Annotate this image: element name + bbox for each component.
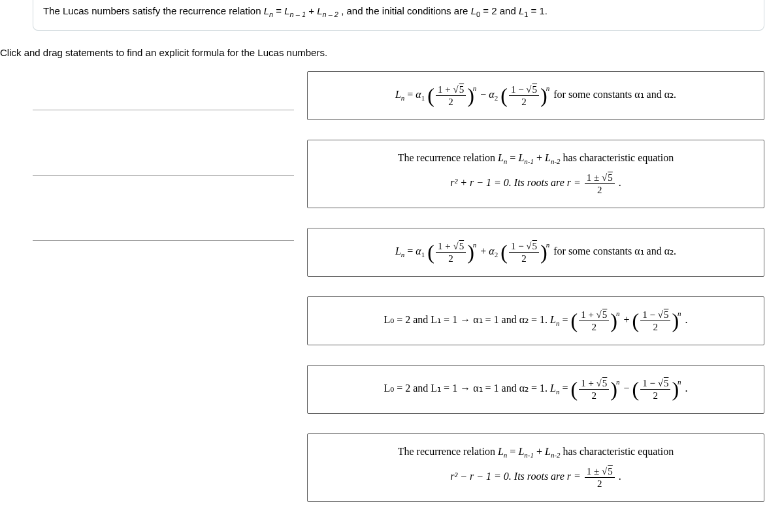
card-general-minus[interactable]: Ln = α1 ( 1 + 5 2 )n − α2 ( 1 − 5 2 )n <box>307 71 764 120</box>
c3-nm: 1 − <box>511 241 526 251</box>
drop-zone-2[interactable] <box>33 136 294 176</box>
c1-d2: 2 <box>509 96 539 108</box>
drop-zone-3[interactable] <box>33 202 294 241</box>
c2-pm: 1 ± <box>587 172 602 183</box>
c4-nm: 1 − <box>642 309 657 320</box>
c3-exp1: n <box>473 241 477 249</box>
c5-pre: L₀ = 2 and L₁ = 1 → α₁ = 1 and α₂ = 1. <box>384 383 550 394</box>
c2-nm1: n-1 <box>524 157 534 165</box>
c5-n: n <box>556 388 560 396</box>
c1-tail: for some constants α₁ and α₂. <box>553 89 676 100</box>
c3-eq: = <box>407 245 416 257</box>
c5-r5b: 5 <box>663 377 669 389</box>
c3-exp2: n <box>546 241 550 249</box>
intro-l0val: = 2 and <box>483 5 519 16</box>
c6-period: . <box>619 471 621 482</box>
c1-a2: α <box>489 89 494 100</box>
c5-minus: − <box>624 383 632 394</box>
drop-zone-1[interactable] <box>33 71 294 110</box>
intro-L3: L <box>317 5 322 16</box>
c4-period: . <box>685 314 688 325</box>
intro-prefix: The Lucas numbers satisfy the recurrence… <box>43 5 264 16</box>
c2-L: L <box>498 152 504 163</box>
intro-sub-0: 0 <box>476 10 480 18</box>
c1-r5b: 5 <box>532 84 538 95</box>
c6-roots: r² − r − 1 = 0. Its roots are r = <box>450 471 583 482</box>
c6-L: L <box>498 446 504 457</box>
drop-column <box>0 71 294 502</box>
c3-L: L <box>395 245 401 257</box>
c5-nm: 1 − <box>642 378 657 388</box>
c2-r5: 5 <box>607 172 613 183</box>
c2-pre: The recurrence relation <box>398 152 498 163</box>
c6-pm: 1 ± <box>587 466 602 477</box>
c5-period: . <box>685 383 688 394</box>
c4-np: 1 + <box>581 309 596 320</box>
card-general-plus[interactable]: Ln = α1 ( 1 + 5 2 )n + α2 ( 1 − 5 2 )n <box>307 228 764 277</box>
card-char-eq-plus[interactable]: The recurrence relation Ln = Ln-1 + Ln-2… <box>307 140 764 208</box>
problem-statement: The Lucas numbers satisfy the recurrence… <box>33 0 764 31</box>
c4-d2: 2 <box>640 321 670 333</box>
c3-r5b: 5 <box>532 240 538 252</box>
c1-minus: − <box>480 89 489 100</box>
c1-a1: α <box>416 89 421 100</box>
intro-suffix: , and the initial conditions are <box>341 5 470 16</box>
c3-a1: α <box>416 245 421 257</box>
c2-plus: + <box>536 152 545 163</box>
c4-eq: = <box>562 314 570 325</box>
c5-np: 1 + <box>581 378 596 388</box>
c4-n: n <box>556 320 560 328</box>
c4-d1: 2 <box>579 321 609 333</box>
intro-L4: L <box>471 5 476 16</box>
c4-r5b: 5 <box>663 309 669 321</box>
card-solution-minus[interactable]: L₀ = 2 and L₁ = 1 → α₁ = 1 and α₂ = 1. L… <box>307 365 764 414</box>
intro-plus: + <box>308 5 317 16</box>
c4-r5a: 5 <box>602 309 608 321</box>
c4-pre: L₀ = 2 and L₁ = 1 → α₁ = 1 and α₂ = 1. <box>384 314 550 325</box>
c6-nm1: n-1 <box>524 451 534 459</box>
source-column: Ln = α1 ( 1 + 5 2 )n − α2 ( 1 − 5 2 )n <box>294 71 764 502</box>
c3-np: 1 + <box>438 241 453 251</box>
c5-d1: 2 <box>579 390 609 401</box>
card-solution-plus[interactable]: L₀ = 2 and L₁ = 1 → α₁ = 1 and α₂ = 1. L… <box>307 296 764 345</box>
c1-exp1: n <box>473 84 477 92</box>
c1-d1: 2 <box>436 96 466 108</box>
c2-tail: has characteristic equation <box>563 152 674 163</box>
c2-period: . <box>619 177 621 188</box>
c4-exp2: n <box>678 309 681 317</box>
c1-exp2: n <box>546 84 550 92</box>
intro-sub-nm2: n – 2 <box>323 10 338 18</box>
c3-2: 2 <box>495 251 498 259</box>
c6-r5: 5 <box>607 465 613 477</box>
c6-nm2: n-2 <box>551 451 561 459</box>
intro-sub-1: 1 <box>524 10 528 18</box>
c6-eq: = <box>510 446 518 457</box>
card-char-eq-minus[interactable]: The recurrence relation Ln = Ln-1 + Ln-2… <box>307 433 764 502</box>
c3-a2: α <box>489 245 494 257</box>
c6-n: n <box>504 451 508 459</box>
c6-plus: + <box>536 446 545 457</box>
c4-L: L <box>550 314 556 325</box>
c1-r5a: 5 <box>459 84 465 95</box>
intro-sub-nm1: n – 1 <box>290 10 306 18</box>
c5-d2: 2 <box>640 390 670 401</box>
c1-eq: = <box>407 89 416 100</box>
c3-1: 1 <box>421 251 425 259</box>
c5-L: L <box>550 383 556 394</box>
c1-np: 1 + <box>438 84 453 95</box>
work-area: Ln = α1 ( 1 + 5 2 )n − α2 ( 1 − 5 2 )n <box>0 71 784 502</box>
c2-nm2: n-2 <box>551 157 561 165</box>
intro-L: L <box>264 5 269 16</box>
c1-1: 1 <box>421 94 425 102</box>
c1-n: n <box>401 94 405 102</box>
c6-tail: has characteristic equation <box>563 446 674 457</box>
intro-L2: L <box>284 5 289 16</box>
c6-d: 2 <box>585 478 615 490</box>
c5-eq: = <box>562 383 570 394</box>
instruction-text: Click and drag statements to find an exp… <box>0 47 784 58</box>
c2-n: n <box>504 157 508 165</box>
c1-L: L <box>395 89 401 100</box>
c6-pre: The recurrence relation <box>398 446 498 457</box>
c1-2: 2 <box>495 94 498 102</box>
c2-L2: L <box>545 152 551 163</box>
